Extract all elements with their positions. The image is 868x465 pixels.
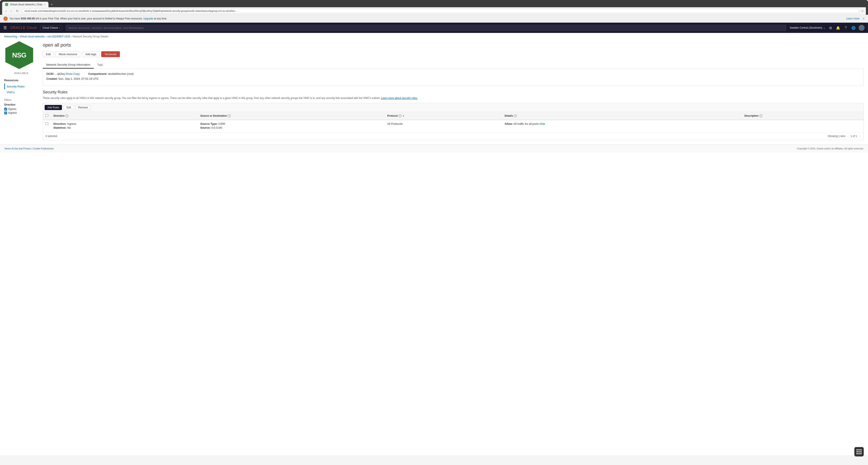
bookmark-icon[interactable]: ☆: [861, 9, 864, 12]
free-trial-banner: ! You have SGD 400.00 left in your Free …: [0, 15, 868, 23]
sidebar-item-security-rules[interactable]: Security Rules: [4, 84, 38, 89]
right-panel: open all ports Edit Move resource Add ta…: [43, 40, 864, 140]
security-rules-title: Security Rules: [43, 90, 864, 94]
oracle-logo: ORACLE Cloud: [10, 26, 37, 30]
protocol-dropdown-arrow[interactable]: ▼: [402, 115, 405, 117]
tab-tags[interactable]: Tags: [94, 61, 106, 68]
page-info: 1 of 1: [850, 135, 857, 138]
move-resource-button[interactable]: Move resource: [56, 51, 80, 57]
add-tags-button[interactable]: Add tags: [82, 51, 99, 57]
description-info-icon[interactable]: i: [760, 114, 763, 117]
breadcrumb-vcn[interactable]: Virtual cloud networks: [20, 35, 44, 38]
remove-button[interactable]: Remove: [75, 105, 91, 110]
showing-text: Showing 1 item: [828, 135, 845, 138]
compartment-label: Compartment:: [88, 72, 107, 76]
table-row: Direction: Ingress Stateless: No Source …: [43, 120, 864, 132]
select-all-checkbox[interactable]: [45, 114, 48, 117]
ingress-checkbox[interactable]: [4, 112, 7, 114]
direction-header: Direction i: [51, 112, 198, 120]
upgrade-link[interactable]: Upgrade: [143, 17, 153, 20]
add-rules-button[interactable]: Add Rules: [44, 105, 62, 110]
info-row-1: OCID: ...qli2bq Show Copy Compartment: d…: [46, 72, 860, 76]
active-tab[interactable]: Virtual cloud networks | Orac ×: [2, 2, 49, 7]
prev-page-button[interactable]: ‹: [847, 134, 849, 138]
cloud-classic-button[interactable]: Cloud Classic ›: [40, 25, 62, 30]
globe-icon[interactable]: 🌐: [851, 25, 856, 30]
ocid-label: OCID:: [46, 72, 54, 76]
tab-nsg-info[interactable]: Network Security Group Information: [43, 61, 94, 68]
source-type-value: Source Type: CIDR: [200, 122, 382, 125]
terms-link[interactable]: Terms of Use and Privacy: [4, 147, 31, 150]
next-page-button[interactable]: ›: [858, 134, 861, 138]
source-dest-info-icon[interactable]: i: [228, 114, 231, 117]
compartment-item: Compartment: doublefirechen (root): [88, 72, 133, 76]
selected-count: 0 selected: [45, 135, 57, 138]
ocid-copy-link[interactable]: Copy: [73, 72, 80, 76]
details-header: Details i: [502, 112, 742, 120]
direction-cell: Direction: Ingress Stateless: No: [51, 120, 198, 132]
help-icon[interactable]: ?: [843, 25, 848, 30]
terminate-button[interactable]: Terminate: [101, 51, 120, 57]
status-badge: AVAILABLE: [4, 72, 38, 75]
copyright-text: Copyright © 2024, Oracle and/or its affi…: [797, 147, 864, 150]
banner-text: You have SGD 400.00 left in your Free Tr…: [9, 17, 844, 20]
breadcrumb-current: Network Security Group Details: [73, 35, 108, 38]
resources-section: Resources Security Rules VNICs: [4, 79, 38, 95]
page-title: open all ports: [43, 42, 864, 48]
region-selector[interactable]: Sweden Central (Stockholm) ⌄: [789, 26, 825, 29]
help-dots-icon: [857, 449, 862, 454]
description-header: Description i: [742, 112, 864, 120]
refresh-button[interactable]: ↻: [15, 9, 20, 13]
browser-toolbar: ‹ › ↻ ☆: [2, 7, 866, 15]
protocol-info-icon[interactable]: i: [399, 114, 402, 117]
table-edit-button[interactable]: Edit: [64, 105, 74, 110]
protocol-header: Protocol i ▼: [385, 112, 502, 120]
details-info-icon[interactable]: i: [514, 114, 517, 117]
breadcrumb-vcn-name[interactable]: vcn-20240807-1433: [47, 35, 70, 38]
hide-details-link[interactable]: Hide: [539, 122, 545, 125]
tab-title: Virtual cloud networks | Orac: [10, 3, 42, 6]
breadcrumb-sep3: ›: [71, 35, 72, 38]
nsg-icon-container: NSG: [4, 40, 34, 70]
edit-button[interactable]: Edit: [43, 51, 54, 57]
select-all-header: [43, 112, 51, 120]
floating-help-button[interactable]: [854, 447, 864, 455]
bell-icon[interactable]: 🔔: [836, 25, 841, 30]
info-row-2: Created: Sun, Sep 1, 2024, 07:51:19 UTC: [46, 77, 860, 80]
apps-icon[interactable]: ⊞: [828, 25, 833, 30]
row-checkbox[interactable]: [45, 122, 48, 125]
egress-checkbox[interactable]: [4, 108, 7, 111]
protocol-cell: All Protocols: [385, 120, 502, 132]
ocid-show-link[interactable]: Show: [66, 72, 73, 76]
details-cell: Allow: All traffic for all ports Hide: [502, 120, 742, 132]
direction-info-icon[interactable]: i: [65, 114, 68, 117]
breadcrumb: Networking › Virtual cloud networks › vc…: [0, 33, 868, 40]
back-button[interactable]: ‹: [4, 9, 8, 13]
vnics-link[interactable]: VNICs: [7, 91, 15, 94]
left-panel: NSG AVAILABLE Resources Security Rules V…: [4, 40, 38, 140]
table-header-row: Direction i Source or Destination i: [43, 112, 864, 120]
toolbar-icons: ☆: [861, 9, 864, 12]
main-content: Networking › Virtual cloud networks › vc…: [0, 33, 868, 455]
filters-title: Filters: [4, 98, 38, 101]
forward-button[interactable]: ›: [10, 9, 13, 13]
filter-ingress: Ingress: [4, 111, 38, 114]
learn-more-link[interactable]: Learn more: [846, 17, 859, 20]
security-rules-link[interactable]: Security Rules: [7, 85, 25, 88]
sidebar-item-vnics[interactable]: VNICs: [4, 89, 38, 95]
direction-value: Direction: Ingress: [53, 122, 195, 125]
url-bar[interactable]: [22, 8, 860, 13]
direction-filter-title: Direction: [4, 103, 38, 106]
ocid-value: ...qli2bq: [55, 72, 65, 76]
user-avatar[interactable]: 👤: [859, 25, 865, 31]
new-tab-button[interactable]: +: [49, 2, 54, 7]
global-search-input[interactable]: [66, 25, 786, 31]
breadcrumb-networking[interactable]: Networking: [4, 35, 17, 38]
learn-more-security-rules[interactable]: Learn more about security rules.: [381, 96, 417, 99]
row-checkbox-cell: [43, 120, 51, 132]
banner-close-button[interactable]: ×: [863, 17, 865, 20]
tab-close-button[interactable]: ×: [44, 3, 45, 6]
hamburger-menu-icon[interactable]: ☰: [3, 25, 7, 30]
filters-section: Filters Direction Egress Ingress: [4, 98, 38, 114]
cookies-link[interactable]: Cookie Preferences: [33, 147, 54, 150]
